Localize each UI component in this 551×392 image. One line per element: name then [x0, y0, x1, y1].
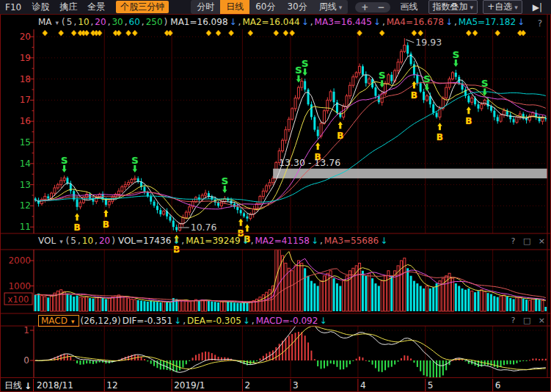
- zoom-in-button[interactable]: +: [361, 2, 368, 12]
- date-label: 12: [106, 380, 117, 391]
- indicator-param: 20: [99, 236, 110, 246]
- macd-dropdown[interactable]: MACD▾: [38, 315, 79, 327]
- index-overlay-button[interactable]: 指数叠加▾: [428, 0, 478, 14]
- indicator-param: ): [164, 17, 168, 27]
- separator: ,: [252, 316, 255, 326]
- chevron-down-icon: ▾: [514, 4, 518, 11]
- menu-f10[interactable]: F10: [5, 2, 21, 12]
- buy-signal-marker: B: [465, 116, 472, 126]
- separator: ,: [310, 17, 313, 27]
- menu-panorama[interactable]: 全景: [87, 1, 105, 13]
- pane-frame: [0, 1, 551, 392]
- chevron-down-icon: ▾: [56, 19, 59, 26]
- low-price-label: 10.76: [191, 222, 217, 233]
- date-label: 2: [244, 380, 250, 391]
- buy-arrow-icon: [467, 106, 471, 114]
- buy-signal-marker: B: [337, 131, 343, 141]
- draw-line-button[interactable]: 画线: [401, 1, 418, 13]
- add-watchlist-button[interactable]: +自选▾: [483, 0, 522, 14]
- maximize-icon[interactable]: □: [523, 236, 530, 246]
- diamond-marker: [521, 30, 526, 36]
- toolbar-right-group: 画线 指数叠加▾ +自选▾ ▶|: [395, 0, 547, 14]
- diamond-marker: [418, 30, 423, 36]
- stock-chart-window: { "toolbar": { "left_items": [ {"label":…: [0, 0, 551, 392]
- trend-down-arrow-icon: ↓: [230, 17, 237, 27]
- kline-chart-canvas[interactable]: SBBSBSBBSSBBSBSBSBS19.9310.7613.30 - 13.…: [0, 0, 551, 392]
- indicator-value: MA2=41158: [255, 236, 309, 246]
- menu-stock-3min[interactable]: 个股三分钟: [116, 1, 169, 13]
- trend-down-arrow-icon: ↓: [174, 316, 181, 326]
- help-icon[interactable]: ?: [538, 18, 542, 29]
- trend-down-arrow-icon: ↓: [311, 236, 318, 246]
- trend-down-arrow-icon: ↓: [373, 17, 381, 27]
- buy-signal-marker: B: [103, 219, 109, 230]
- diamond-marker: [495, 30, 500, 36]
- diamond-marker: [97, 30, 102, 36]
- indicator-value: MA1=16.098: [170, 17, 227, 27]
- vol-indicator-header: VOL▾ (5,10,20) VOL=17436↓,MA1=39249↓,MA2…: [38, 236, 390, 246]
- menu-diagnose-stock[interactable]: 诊股: [32, 1, 49, 13]
- diamond-marker: [379, 30, 384, 36]
- macd-tick-label: 0: [23, 355, 29, 366]
- trend-down-arrow-icon: ↓: [242, 236, 249, 246]
- ma-values: MA1=16.098↓,MA2=16.044↓,MA3=16.445↓,MA4=…: [170, 17, 526, 27]
- separator: ,: [238, 17, 241, 27]
- collapse-panel-icon[interactable]: ▶|: [533, 2, 542, 12]
- indicator-param: 30: [112, 17, 123, 27]
- tab-intraday[interactable]: 分时: [191, 0, 220, 14]
- date-label: 2018/11: [37, 380, 73, 391]
- sell-signal-marker: S: [222, 175, 228, 186]
- sell-signal-marker: S: [423, 73, 430, 84]
- price-tick-label: 17: [20, 95, 31, 105]
- maximize-icon[interactable]: □: [523, 316, 530, 325]
- diamond-markers: [43, 30, 526, 36]
- diamond-marker: [216, 30, 221, 36]
- tab-60min[interactable]: 60分: [249, 0, 281, 14]
- sell-signal-marker: S: [131, 155, 138, 166]
- top-toolbar: F10 诊股 擒庄 全景 个股三分钟 分时 日线 60分 30分 周线▾ + −…: [0, 0, 551, 15]
- macd-tick-label: 1: [23, 325, 29, 335]
- price-tick-label: 12: [20, 200, 31, 211]
- down-arrow-icon: ↓: [24, 381, 32, 391]
- ma-indicator-header: MA▾ (5,10,20,30,60,250) MA1=16.098↓,MA2=…: [38, 17, 528, 27]
- indicator-param: 10: [78, 17, 89, 27]
- vol-dropdown[interactable]: VOL▾: [38, 236, 65, 246]
- diamond-marker: [59, 30, 64, 36]
- trend-down-arrow-icon: ↓: [517, 17, 525, 27]
- indicator-value: MA5=17.182: [459, 17, 516, 27]
- tab-30min[interactable]: 30分: [281, 0, 313, 14]
- sell-arrow-icon: [296, 75, 301, 82]
- zoom-out-button[interactable]: −: [377, 2, 384, 12]
- indicator-value: MA2=16.044: [242, 17, 299, 27]
- close-icon[interactable]: ×: [539, 236, 545, 246]
- buy-arrow-icon: [338, 121, 343, 128]
- tab-weekly[interactable]: 周线▾: [313, 0, 349, 14]
- gap-band: [273, 169, 547, 178]
- period-selector[interactable]: 日线 ↓: [4, 380, 32, 392]
- indicator-param: 20: [95, 17, 106, 27]
- sell-signal-marker: S: [302, 58, 308, 69]
- indicator-param: ): [112, 236, 115, 246]
- date-label: 5: [428, 380, 434, 391]
- help-icon[interactable]: ?: [511, 236, 516, 246]
- tab-daily[interactable]: 日线: [220, 0, 249, 14]
- price-tick-label: 16: [20, 116, 31, 126]
- buy-signal-marker: B: [411, 90, 417, 101]
- menu-catch-banker[interactable]: 擒庄: [59, 1, 77, 13]
- sell-arrow-icon: [133, 165, 137, 173]
- volume-unit-label: x100: [8, 294, 29, 305]
- close-icon[interactable]: ×: [539, 316, 545, 325]
- separator: ,: [183, 316, 186, 326]
- indicator-value: MA4=16.678: [387, 17, 444, 27]
- high-price-label: 19.93: [415, 37, 442, 48]
- macd-params: (26,12,9): [81, 316, 121, 326]
- date-label: 2019/1: [174, 380, 205, 391]
- help-icon[interactable]: ?: [511, 316, 516, 325]
- price-tick-label: 18: [20, 74, 31, 84]
- period-tab-group: 分时 日线 60分 30分 周线▾: [191, 0, 348, 14]
- ma-dropdown[interactable]: MA▾: [38, 17, 60, 27]
- indicator-param: 5: [67, 17, 73, 27]
- indicator-param: 10: [82, 236, 93, 246]
- price-tick-label: 20: [20, 32, 31, 42]
- indicator-value: MA3=55686: [324, 236, 379, 246]
